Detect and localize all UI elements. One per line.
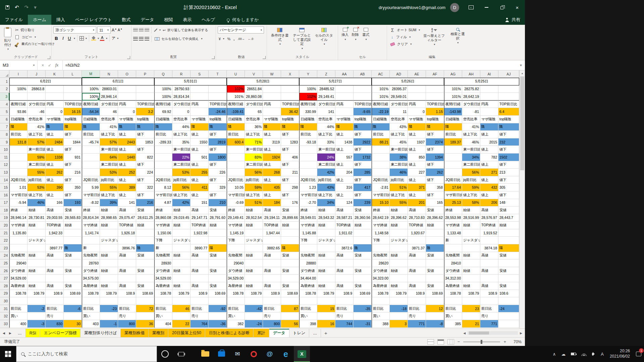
cell-AB19[interactable]: 28,360.56: [354, 214, 372, 222]
cell-AB25[interactable]: [354, 259, 372, 267]
cell-X19[interactable]: 28,899.66: [281, 214, 299, 222]
cell-AI13[interactable]: 271: [480, 169, 498, 176]
cell-O20[interactable]: TOP終値: [118, 222, 136, 229]
cell-AF13[interactable]: 262: [426, 169, 444, 176]
cell-X12[interactable]: 値下: [281, 161, 299, 169]
cell-I5[interactable]: 93.86: [9, 108, 28, 116]
cell-AH31[interactable]: 23: [462, 305, 480, 313]
cell-N21[interactable]: [100, 229, 118, 237]
cell-AD13[interactable]: 46%: [390, 169, 408, 176]
cell-S17[interactable]: 151: [191, 199, 209, 207]
cell-T25[interactable]: [209, 259, 227, 267]
cell-AG30[interactable]: [444, 297, 462, 305]
cell-AH2[interactable]: 28275.82: [462, 85, 480, 93]
cell-O23[interactable]: 3896.76: [118, 244, 136, 252]
cell-N4[interactable]: ダウ前日比: [100, 101, 118, 108]
cell-P15[interactable]: 322: [136, 184, 154, 191]
cell-AI11[interactable]: 782: [480, 154, 498, 161]
cell-AA19[interactable]: 28,587.21: [335, 214, 354, 222]
decrease-decimal-button[interactable]: ←.0: [247, 37, 255, 41]
cell-Q19[interactable]: 28,860.08: [154, 214, 172, 222]
cell-I30[interactable]: [9, 297, 28, 305]
cell-AJ29[interactable]: 108.6: [498, 290, 519, 298]
cell-M33[interactable]: 403: [82, 320, 100, 328]
volume-icon[interactable]: [589, 346, 598, 362]
cell-AI30[interactable]: [480, 297, 498, 305]
cell-N9[interactable]: 57%: [100, 138, 118, 146]
cell-U18[interactable]: 終値: [227, 206, 245, 214]
excel-taskbar-button[interactable]: X: [294, 346, 310, 362]
cell-V3[interactable]: 28,860.08: [245, 93, 263, 101]
cell-Y21[interactable]: 1,145.88: [299, 229, 317, 237]
cell-J17[interactable]: 46%: [28, 199, 46, 207]
row-header-14[interactable]: 14: [0, 176, 9, 184]
cell-M17[interactable]: -8.32: [82, 199, 100, 207]
row-header-26[interactable]: 26: [0, 267, 9, 275]
currency-format-button[interactable]: ¥▾: [218, 35, 225, 42]
cell-AI24[interactable]: 高値: [480, 252, 498, 260]
cell-U5[interactable]: -109.41: [227, 108, 245, 116]
cell-AJ6[interactable]: top陽陰: [498, 116, 519, 123]
cell-J14[interactable]: jq前日比: [28, 176, 46, 184]
cell-L30[interactable]: [64, 297, 82, 305]
cell-L18[interactable]: 安値: [64, 206, 82, 214]
cell-P2[interactable]: [136, 85, 154, 93]
share-button[interactable]: 共有: [505, 15, 520, 25]
cell-Y11[interactable]: [299, 154, 317, 161]
cell-V5[interactable]: 65: [245, 108, 263, 116]
col-header-Y[interactable]: Y: [299, 70, 317, 78]
cell-O24[interactable]: 高値: [118, 252, 136, 260]
cell-Y20[interactable]: マザ終値: [299, 222, 317, 229]
cell-AJ7[interactable]: 陰: [498, 123, 519, 131]
cell-L23[interactable]: 陰: [64, 244, 82, 252]
cell-N27[interactable]: [100, 275, 118, 282]
formula-bar-expand-button[interactable]: ▼: [517, 60, 525, 70]
cell-J24[interactable]: 始値: [28, 252, 46, 260]
bold-button[interactable]: B: [53, 36, 59, 41]
cell-Y26[interactable]: ダウ終値: [299, 267, 317, 275]
cell-AH8[interactable]: 値上下比: [462, 131, 480, 138]
cell-R20[interactable]: 始値: [172, 222, 191, 229]
cell-Q31[interactable]: 前日比: [154, 305, 172, 313]
cell-AI18[interactable]: 高値: [480, 206, 498, 214]
col-header-AD[interactable]: AD: [390, 70, 408, 78]
cell-AD27[interactable]: [390, 275, 408, 282]
cell-AB14[interactable]: 値下: [354, 176, 372, 184]
cell-O31[interactable]: 前日比: [118, 305, 136, 313]
cell-AE23[interactable]: 3871.37: [408, 244, 426, 252]
cell-Q17[interactable]: 4.87: [154, 199, 172, 207]
cell-X29[interactable]: 108.69: [281, 290, 299, 298]
cell-AG18[interactable]: 終値: [444, 206, 462, 214]
cell-L27[interactable]: [64, 275, 82, 282]
cell-AD31[interactable]: -18: [390, 305, 408, 313]
cell-T16[interactable]: 値下: [209, 191, 227, 199]
row-header-17[interactable]: 17: [0, 199, 9, 207]
cell-AD2[interactable]: 28395.37: [390, 85, 408, 93]
sheet-tab-業種別[interactable]: 業種別: [149, 329, 168, 337]
cell-I21[interactable]: 1,135.80: [9, 229, 28, 237]
zoom-out-button[interactable]: −: [458, 339, 460, 344]
sheet-tab-累計[interactable]: 累計: [254, 329, 269, 337]
cell-V27[interactable]: [245, 275, 263, 282]
cell-T19[interactable]: 28,791.60: [209, 214, 227, 222]
cell-AH30[interactable]: [462, 297, 480, 305]
cell-L15[interactable]: 350: [64, 184, 82, 191]
zoom-slider-thumb[interactable]: [481, 340, 482, 344]
increase-decimal-button[interactable]: .00→: [236, 37, 246, 41]
cell-Y15[interactable]: 1.23: [299, 184, 317, 191]
cell-T3[interactable]: [209, 93, 227, 101]
cell-AF6[interactable]: top陽陰: [426, 116, 444, 123]
cell-O28[interactable]: 高値: [118, 282, 136, 290]
cell-J6[interactable]: 空売比率: [28, 116, 46, 123]
cell-O9[interactable]: 2443: [118, 138, 136, 146]
cell-I6[interactable]: 日経陽陰: [9, 116, 28, 123]
cell-U14[interactable]: JQ前日比: [227, 176, 245, 184]
cell-AH7[interactable]: 41%: [462, 123, 480, 131]
cell-AB8[interactable]: 値下: [354, 131, 372, 138]
cell-AD25[interactable]: [390, 259, 408, 267]
cell-AI29[interactable]: 108.9: [480, 290, 498, 298]
cell-AF3[interactable]: [426, 93, 444, 101]
cell-AF19[interactable]: 28,396.62: [426, 214, 444, 222]
cell-Q13[interactable]: [154, 169, 172, 176]
cell-AA6[interactable]: マザ陽陰: [335, 116, 354, 123]
